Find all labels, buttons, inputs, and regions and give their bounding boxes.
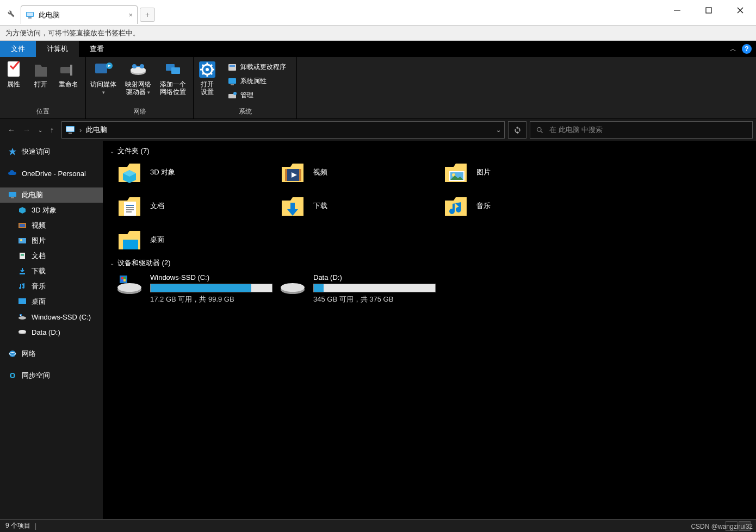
svg-point-18 — [206, 68, 209, 71]
manage-button[interactable]: 管理 — [224, 90, 289, 102]
nav-quick-access[interactable]: 快速访问 — [0, 144, 103, 159]
svg-rect-65 — [121, 279, 123, 281]
folder-documents[interactable]: 文档 — [116, 193, 280, 219]
folder-pictures[interactable]: 图片 — [443, 159, 606, 185]
nav-downloads[interactable]: 下载 — [0, 264, 103, 279]
svg-rect-36 — [21, 254, 24, 255]
uninstall-programs-button[interactable]: 卸载或更改程序 — [224, 61, 289, 73]
search-input[interactable]: 在 此电脑 中搜索 — [530, 121, 753, 139]
ribbon-tab-file[interactable]: 文件 — [0, 41, 36, 57]
nav-desktop[interactable]: 桌面 — [0, 294, 103, 309]
view-details-icon[interactable] — [726, 521, 738, 531]
nav-back-button[interactable]: ← — [8, 126, 15, 134]
folder-music[interactable]: 音乐 — [443, 193, 606, 219]
nav-this-pc[interactable]: 此电脑 — [0, 187, 103, 203]
drive-c-subtitle: 17.2 GB 可用，共 99.9 GB — [150, 295, 272, 304]
nav-drive-d[interactable]: Data (D:) — [0, 324, 103, 340]
status-item-count: 9 个项目 — [5, 521, 30, 530]
ribbon-tab-computer[interactable]: 计算机 — [36, 41, 79, 57]
new-tab-button[interactable]: + — [140, 8, 155, 22]
view-large-icon[interactable] — [739, 521, 751, 531]
folders-group-header[interactable]: ⌄文件夹 (7) — [103, 141, 756, 159]
svg-rect-1 — [27, 12, 33, 16]
svg-rect-29 — [9, 192, 16, 197]
access-media-button[interactable]: 访问媒体 ▾ — [86, 57, 121, 105]
svg-rect-56 — [126, 209, 134, 210]
system-properties-button[interactable]: 系统属性 — [224, 76, 289, 87]
monitor-icon — [26, 11, 34, 20]
breadcrumb[interactable]: 此电脑 — [86, 125, 107, 135]
ribbon-group-location-label: 位置 — [0, 105, 85, 118]
refresh-button[interactable] — [508, 121, 526, 139]
status-bar: 9 个项目 | — [0, 519, 756, 532]
maximize-button[interactable] — [693, 0, 724, 21]
svg-point-60 — [117, 283, 141, 292]
ribbon-group-network-label: 网络 — [86, 105, 193, 118]
wrench-icon[interactable] — [0, 0, 21, 26]
svg-rect-53 — [124, 202, 136, 216]
close-button[interactable] — [724, 0, 756, 21]
address-bar[interactable]: › 此电脑 ⌄ — [61, 121, 505, 139]
svg-point-40 — [18, 316, 26, 320]
bookmark-hint: 为方便访问，可将书签直接放在书签栏中。 — [5, 28, 140, 38]
content-pane: ⌄文件夹 (7) 3D 对象 视频 图片 文档 下载 音乐 桌面 ⌄设备和驱动器… — [103, 141, 756, 519]
svg-rect-42 — [20, 315, 21, 316]
monitor-icon — [65, 125, 75, 135]
folder-downloads[interactable]: 下载 — [280, 193, 443, 219]
svg-rect-66 — [123, 279, 126, 281]
svg-rect-30 — [11, 197, 14, 198]
svg-rect-63 — [121, 277, 123, 279]
nav-3d-objects[interactable]: 3D 对象 — [0, 203, 103, 218]
tab-close-icon[interactable]: × — [128, 11, 133, 19]
svg-point-45 — [9, 351, 16, 357]
nav-forward-button[interactable]: → — [23, 126, 30, 134]
svg-rect-58 — [123, 240, 138, 249]
minimize-button[interactable] — [661, 0, 693, 21]
svg-rect-64 — [123, 277, 126, 279]
open-button[interactable]: 打开 — [27, 57, 54, 105]
drive-d[interactable]: Data (D:) 345 GB 可用，共 375 GB — [280, 273, 443, 304]
folder-3d-objects[interactable]: 3D 对象 — [116, 159, 280, 185]
ribbon-collapse-icon[interactable]: ︿ — [730, 45, 736, 54]
search-icon — [536, 126, 544, 134]
drive-c-usage-bar — [150, 284, 272, 292]
svg-rect-8 — [95, 64, 107, 73]
rename-button[interactable]: 重命名 — [54, 57, 83, 105]
navigation-pane: 快速访问 OneDrive - Personal 此电脑 3D 对象 视频 图片… — [0, 141, 103, 519]
nav-pictures[interactable]: 图片 — [0, 233, 103, 248]
svg-point-34 — [20, 239, 22, 241]
nav-music[interactable]: 音乐 — [0, 279, 103, 294]
nav-onedrive[interactable]: OneDrive - Personal — [0, 166, 103, 181]
svg-point-68 — [281, 283, 305, 292]
svg-rect-39 — [18, 298, 26, 304]
ribbon-tab-view[interactable]: 查看 — [79, 41, 115, 57]
svg-rect-4 — [706, 8, 711, 13]
svg-point-28 — [537, 127, 542, 132]
nav-sync[interactable]: 同步空间 — [0, 368, 103, 383]
nav-up-button[interactable]: ↑ — [50, 126, 54, 134]
svg-rect-48 — [285, 169, 287, 181]
nav-drive-c[interactable]: Windows-SSD (C:) — [0, 309, 103, 324]
drive-d-subtitle: 345 GB 可用，共 375 GB — [313, 295, 436, 304]
ribbon-group-system-label: 系统 — [194, 105, 296, 118]
browser-tab[interactable]: 此电脑 × — [21, 5, 138, 24]
drive-c[interactable]: Windows-SSD (C:) 17.2 GB 可用，共 99.9 GB — [116, 273, 280, 304]
map-drive-button[interactable]: 映射网络驱动器 ▾ — [121, 57, 156, 105]
nav-videos[interactable]: 视频 — [0, 218, 103, 233]
drive-c-name: Windows-SSD (C:) — [150, 273, 272, 281]
svg-rect-3 — [674, 10, 680, 11]
properties-button[interactable]: 属性 — [0, 57, 27, 105]
devices-group-header[interactable]: ⌄设备和驱动器 (2) — [103, 253, 756, 271]
folder-videos[interactable]: 视频 — [280, 159, 443, 185]
open-settings-button[interactable]: 打开设置 — [194, 57, 221, 105]
add-network-location-button[interactable]: 添加一个网络位置 — [156, 57, 190, 105]
help-icon[interactable]: ? — [742, 44, 752, 54]
folder-desktop[interactable]: 桌面 — [116, 227, 280, 253]
svg-rect-55 — [126, 207, 134, 208]
svg-rect-20 — [230, 65, 235, 67]
nav-network[interactable]: 网络 — [0, 346, 103, 361]
drive-d-name: Data (D:) — [313, 273, 436, 281]
nav-recent-button[interactable]: ⌄ — [38, 127, 42, 133]
address-dropdown-icon[interactable]: ⌄ — [496, 127, 501, 134]
nav-documents[interactable]: 文档 — [0, 248, 103, 264]
